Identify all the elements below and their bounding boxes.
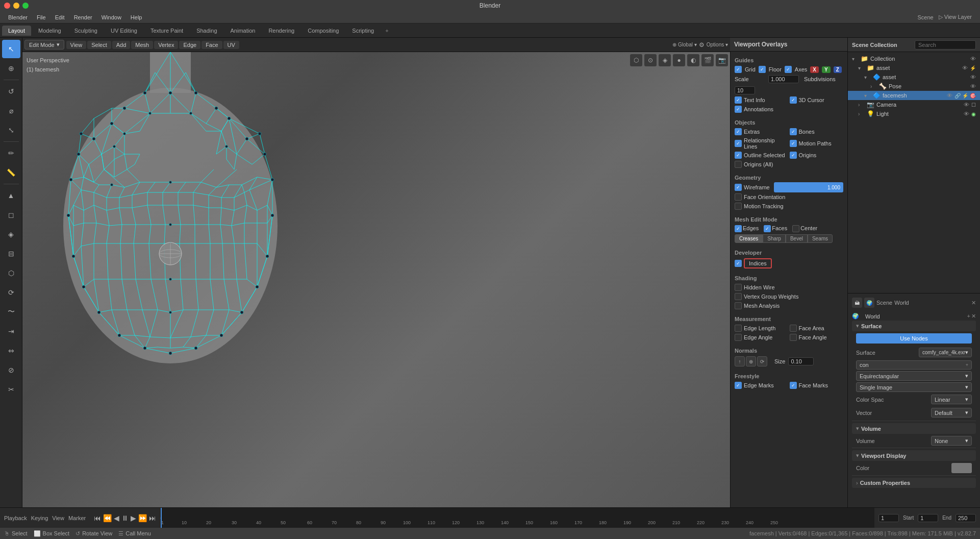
scale-value[interactable] — [768, 75, 799, 83]
select-menu[interactable]: Select — [87, 41, 111, 49]
viewport-overlay-toggle[interactable]: ⊙ — [644, 54, 657, 66]
color-space-dropdown[interactable]: Linear ▾ — [931, 395, 972, 404]
move-tool[interactable]: ⊕ — [2, 59, 20, 78]
indices-checkbox[interactable] — [735, 260, 742, 267]
pose-item[interactable]: › 🦴 Pose 👁 — [848, 82, 980, 91]
timeline-ruler[interactable]: 1 10 20 30 40 50 60 70 80 90 100 110 120… — [160, 508, 874, 528]
tab-texture-paint[interactable]: Texture Paint — [144, 26, 189, 36]
jump-to-end-button[interactable]: ⏭ — [149, 514, 156, 522]
tab-animation[interactable]: Animation — [224, 26, 262, 36]
collection-item[interactable]: ▾ 📁 Collection 👁 — [848, 54, 980, 63]
tab-uv-editing[interactable]: UV Editing — [105, 26, 143, 36]
view-menu[interactable]: View — [52, 515, 64, 521]
asset-mesh-visibility[interactable]: 👁 — [970, 74, 976, 80]
close-button[interactable] — [4, 3, 10, 9]
face-menu[interactable]: Face — [202, 41, 222, 49]
axis-x-button[interactable]: X — [810, 66, 819, 73]
menu-window[interactable]: Window — [97, 13, 125, 21]
light-visibility[interactable]: 👁 — [964, 111, 969, 117]
origins-all-checkbox[interactable] — [735, 161, 742, 168]
hidden-wire-checkbox[interactable] — [735, 284, 742, 291]
inset-tool[interactable]: ◻ — [2, 206, 20, 224]
tab-layout[interactable]: Layout — [2, 26, 31, 36]
tab-rendering[interactable]: Rendering — [262, 26, 300, 36]
face-orientation-checkbox[interactable] — [735, 193, 742, 201]
viewport-xray-toggle[interactable]: ◈ — [659, 54, 671, 66]
equirectangular-dropdown[interactable]: Equirectangular ▾ — [856, 371, 972, 381]
single-image-dropdown[interactable]: Single Image ▾ — [856, 382, 972, 392]
keying-menu[interactable]: Keying — [31, 515, 48, 521]
edge-menu[interactable]: Edge — [179, 41, 200, 49]
current-frame-field[interactable] — [878, 514, 899, 522]
menu-blender[interactable]: Blender — [4, 13, 32, 21]
asset-mesh-item[interactable]: ▾ 🔷 asset 👁 — [848, 72, 980, 82]
vertex-group-weights-checkbox[interactable] — [735, 293, 742, 300]
motion-paths-checkbox[interactable] — [790, 140, 797, 147]
edges-checkbox[interactable] — [735, 225, 742, 232]
3d-cursor-checkbox[interactable] — [790, 96, 797, 104]
uv-menu[interactable]: UV — [223, 41, 239, 49]
new-world-icon[interactable]: + — [967, 313, 970, 320]
loop-normals-btn[interactable]: ⟳ — [757, 356, 767, 366]
smooth-tool[interactable]: 〜 — [2, 303, 20, 321]
vertex-normals-btn[interactable]: ↑ — [735, 356, 745, 366]
facemesh-item[interactable]: ▾ 🔷 facemesh 👁 🔗 ⚡ 🎯 — [848, 91, 980, 100]
edge-angle-checkbox[interactable] — [735, 334, 742, 341]
view-menu[interactable]: View — [66, 41, 87, 49]
scene-tab[interactable]: 🏔 — [852, 298, 862, 308]
asset-parent-item[interactable]: ▾ 📁 asset 👁 ⚡ — [848, 63, 980, 72]
face-angle-checkbox[interactable] — [790, 334, 797, 341]
indices-button[interactable]: Indices — [744, 258, 772, 268]
rip-tool[interactable]: ✂ — [2, 380, 20, 399]
edge-marks-checkbox[interactable] — [735, 382, 742, 389]
edge-slide-tool[interactable]: ⇥ — [2, 322, 20, 340]
bevel-tool[interactable]: ◈ — [2, 225, 20, 243]
scale-tool[interactable]: ⤡ — [2, 121, 20, 139]
jump-to-start-button[interactable]: ⏮ — [94, 514, 101, 522]
linear-dropdown-1[interactable]: con + — [856, 360, 972, 370]
viewport-display-header[interactable]: ▾ Viewport Display — [852, 450, 976, 461]
viewport-solid-mode[interactable]: ● — [673, 54, 685, 66]
extrude-tool[interactable]: ▲ — [2, 186, 20, 205]
relationship-lines-checkbox[interactable] — [735, 140, 742, 147]
mesh-analysis-checkbox[interactable] — [735, 302, 742, 309]
face-normals-btn[interactable]: ⊕ — [746, 356, 756, 366]
measure-tool[interactable]: 📏 — [2, 163, 20, 182]
collection-search[interactable] — [915, 40, 976, 50]
bevel-tab[interactable]: Bevel — [786, 234, 808, 243]
add-workspace-button[interactable]: + — [381, 26, 392, 36]
tab-compositing[interactable]: Compositing — [301, 26, 345, 36]
wireframe-checkbox[interactable] — [735, 184, 742, 191]
cursor-tool[interactable]: ↖ — [2, 40, 20, 58]
face-marks-checkbox[interactable] — [790, 382, 797, 389]
add-menu[interactable]: Add — [112, 41, 131, 49]
end-frame-field[interactable] — [956, 514, 976, 522]
wireframe-value[interactable]: 1.000 — [774, 182, 843, 192]
face-area-checkbox[interactable] — [790, 325, 797, 332]
menu-edit[interactable]: Edit — [51, 13, 69, 21]
faces-checkbox[interactable] — [764, 225, 771, 232]
annotations-checkbox[interactable] — [735, 106, 742, 113]
menu-help[interactable]: Help — [127, 13, 146, 21]
axis-z-button[interactable]: Z — [834, 66, 842, 73]
asset-visibility-icon[interactable]: 👁 — [962, 65, 968, 71]
normals-size-value[interactable] — [788, 357, 814, 365]
subdivisions-value[interactable] — [735, 86, 755, 94]
camera-item[interactable]: › 📷 Camera 👁 ☐ — [848, 100, 980, 109]
stop-button[interactable]: ⏸ — [121, 514, 129, 522]
bones-checkbox[interactable] — [790, 128, 797, 135]
creases-tab[interactable]: Creases — [735, 234, 763, 243]
surface-dropdown[interactable]: comfy_cafe_4k.exr ▾ — [919, 348, 972, 357]
vertex-menu[interactable]: Vertex — [154, 41, 178, 49]
tab-sculpting[interactable]: Sculpting — [68, 26, 104, 36]
viewport-material-mode[interactable]: ◐ — [687, 54, 699, 66]
vp-color-swatch[interactable] — [951, 463, 972, 473]
edit-mode-dropdown[interactable]: Edit Mode ▾ — [24, 40, 64, 50]
facemesh-visibility[interactable]: 👁 — [947, 92, 952, 99]
annotate-tool[interactable]: ✏ — [2, 144, 20, 162]
viewport-render-mode[interactable]: 🎬 — [701, 54, 714, 66]
spin-tool[interactable]: ⟳ — [2, 283, 20, 302]
viewport-camera-icon[interactable]: 📷 — [716, 54, 728, 66]
axes-checkbox[interactable] — [785, 66, 792, 73]
pose-visibility[interactable]: 👁 — [970, 83, 976, 89]
